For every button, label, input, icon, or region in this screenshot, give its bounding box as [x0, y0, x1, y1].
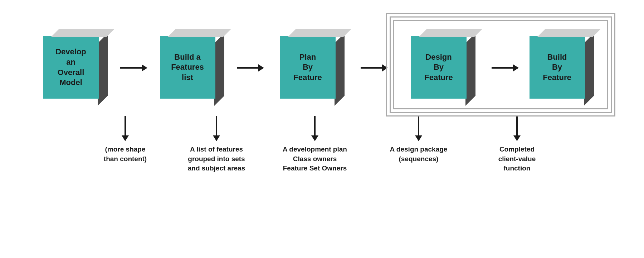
cube-right-1 — [98, 33, 108, 106]
label-5: Completedclient-valuefunction — [498, 145, 536, 173]
arrow-h-3 — [361, 64, 388, 71]
col-5: BuildByFeature — [522, 29, 601, 100]
cube-label-3: PlanByFeature — [291, 49, 325, 86]
bottom-col-2: A list of featuresgrouped into setsand s… — [170, 113, 263, 173]
down-arrow-1 — [122, 116, 129, 141]
col-4: DesignByFeature — [399, 29, 488, 100]
cube-top-5 — [537, 29, 601, 37]
arrow-v-head-4 — [415, 135, 422, 141]
cube-features-list: Build aFeatureslist — [160, 29, 224, 100]
cube-build-by-feature: BuildByFeature — [530, 29, 594, 100]
col-3: PlanByFeature — [268, 29, 357, 100]
cube-right-3 — [335, 33, 345, 106]
cube-label-1: DevelopanOverallModel — [53, 44, 89, 90]
bottom-col-5: Completedclient-valuefunction — [470, 113, 564, 173]
arrow-v-line-5 — [516, 116, 518, 135]
arrow-v-line-2 — [216, 116, 217, 135]
cube-front-4: DesignByFeature — [411, 36, 467, 99]
arrow-head-1 — [142, 64, 147, 71]
cube-plan-by-feature: PlanByFeature — [280, 29, 345, 100]
arrow-v-head-1 — [122, 135, 129, 141]
arrow-v-head-3 — [311, 135, 318, 141]
cube-top-4 — [419, 29, 482, 37]
bottom-col-4: A design package(sequences) — [367, 113, 470, 164]
arrow-line-1 — [120, 67, 142, 69]
cube-develop-model: DevelopanOverallModel — [43, 29, 108, 100]
col-2: Build aFeatureslist — [151, 29, 233, 100]
cube-top-2 — [168, 29, 231, 37]
label-4: A design package(sequences) — [390, 145, 448, 164]
cube-label-4: DesignByFeature — [421, 49, 455, 86]
arrow-h-4 — [492, 64, 519, 71]
cube-label-2: Build aFeatureslist — [168, 49, 207, 86]
cube-top-3 — [288, 29, 351, 37]
arrow-line-2 — [237, 67, 258, 69]
arrow-v-head-2 — [213, 135, 220, 141]
bottom-col-3: A development planClass ownersFeature Se… — [263, 113, 367, 173]
arrow-line-4 — [492, 67, 513, 69]
top-row: DevelopanOverallModel Build aFeatureslis… — [34, 18, 610, 111]
cube-front-5: BuildByFeature — [530, 36, 585, 99]
cube-front-2: Build aFeatureslist — [160, 36, 215, 99]
cube-right-5 — [584, 33, 594, 106]
repeated-group: DesignByFeature BuildByFeature — [391, 18, 610, 111]
arrow-v-head-5 — [513, 135, 521, 141]
arrow-v-line-1 — [125, 116, 126, 135]
cube-front-3: PlanByFeature — [280, 36, 336, 99]
label-3: A development planClass ownersFeature Se… — [283, 145, 347, 173]
arrow-v-line-4 — [418, 116, 419, 135]
cube-front-1: DevelopanOverallModel — [43, 36, 99, 99]
down-arrow-5 — [513, 116, 521, 141]
down-arrow-4 — [415, 116, 422, 141]
arrow-h-2 — [237, 64, 264, 71]
cube-label-5: BuildByFeature — [540, 49, 574, 86]
arrow-head-2 — [258, 64, 264, 71]
col-1: DevelopanOverallModel — [34, 29, 117, 100]
arrow-line-3 — [361, 67, 382, 69]
cube-right-4 — [465, 33, 475, 106]
label-2: A list of featuresgrouped into setsand s… — [188, 145, 245, 173]
diagram-container: DevelopanOverallModel Build aFeatureslis… — [9, 8, 635, 250]
cube-top-1 — [51, 29, 114, 37]
down-arrow-2 — [213, 116, 220, 141]
arrow-head-4 — [513, 64, 519, 71]
arrow-v-line-3 — [314, 116, 316, 135]
cube-design-by-feature: DesignByFeature — [411, 29, 475, 100]
bottom-row: (more shapethan content) A list of featu… — [80, 113, 564, 173]
cube-right-2 — [214, 33, 224, 106]
arrow-h-1 — [120, 64, 147, 71]
down-arrow-3 — [311, 116, 318, 141]
bottom-col-1: (more shapethan content) — [80, 113, 170, 164]
label-1: (more shapethan content) — [104, 145, 147, 164]
